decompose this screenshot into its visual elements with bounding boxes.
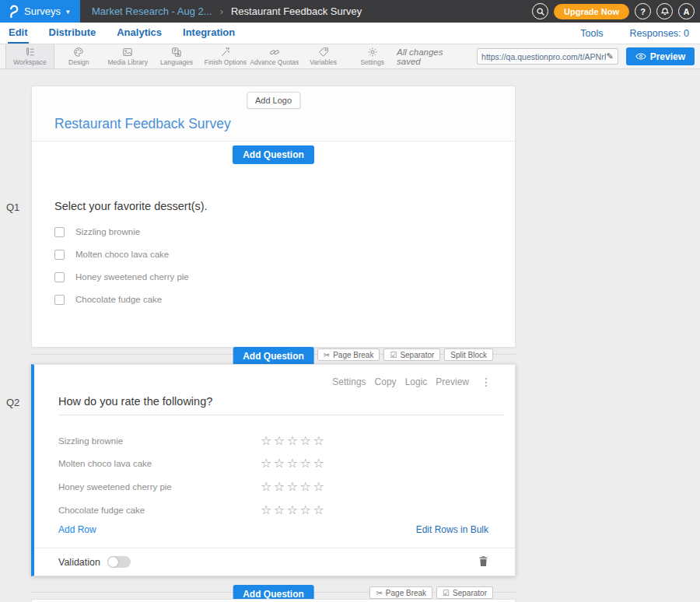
q1-option-row: Sizzling brownie xyxy=(54,226,140,237)
block-action-buttons: ✂Page Break ☑Separator xyxy=(369,586,493,599)
tool-settings[interactable]: Settings xyxy=(348,44,397,68)
option-label[interactable]: Sizzling brownie xyxy=(75,227,140,236)
separator-button[interactable]: ☑Separator xyxy=(383,348,440,361)
tool-media-library[interactable]: Media Library xyxy=(103,44,152,68)
question-action-menu: Settings Copy Logic Preview ⋮ xyxy=(332,376,492,388)
help-button[interactable]: ? xyxy=(635,3,651,19)
question-footer-divider xyxy=(34,548,515,548)
responses-count[interactable]: Responses: 0 xyxy=(630,28,689,39)
breadcrumb-folder[interactable]: Market Research - Aug 2... xyxy=(92,5,212,17)
surveys-menu[interactable]: Surveys ▾ xyxy=(0,0,80,23)
separator-button[interactable]: ☑Separator xyxy=(436,586,493,599)
validation-toggle[interactable] xyxy=(107,556,131,568)
checkbox[interactable] xyxy=(54,227,65,237)
star-rating[interactable]: ☆☆☆☆☆ xyxy=(261,435,326,447)
question-logic-button[interactable]: Logic xyxy=(405,376,428,387)
rating-row-label[interactable]: Honey sweetened cherry pie xyxy=(58,482,261,492)
add-question-slot-top: Add Question xyxy=(32,145,515,164)
product-label: Surveys xyxy=(24,5,61,17)
question-copy-button[interactable]: Copy xyxy=(375,376,397,387)
tool-workspace[interactable]: Workspace xyxy=(5,44,54,68)
tool-variables[interactable]: Variables xyxy=(299,44,348,68)
question-settings-button[interactable]: Settings xyxy=(332,376,366,387)
tab-analytics[interactable]: Analytics xyxy=(116,23,163,44)
option-label[interactable]: Honey sweetened cherry pie xyxy=(75,272,189,282)
checkbox[interactable] xyxy=(54,250,65,260)
topbar-actions: Upgrade Now ? A xyxy=(532,3,700,19)
survey-block-3-partial xyxy=(31,599,516,602)
question-preview-button[interactable]: Preview xyxy=(436,376,469,387)
search-icon xyxy=(536,7,545,16)
preview-button[interactable]: Preview xyxy=(626,47,695,65)
advance-quotas-links-icon xyxy=(269,47,280,58)
separator-icon: ☑ xyxy=(443,589,450,597)
breadcrumb: Market Research - Aug 2... › Restaurant … xyxy=(92,5,362,17)
bell-icon xyxy=(660,7,670,16)
block-action-buttons: ✂Page Break ☑Separator Split Block xyxy=(317,348,493,361)
main-tab-bar: Edit Distribute Analytics Integration To… xyxy=(0,23,700,44)
option-label[interactable]: Molten choco lava cake xyxy=(75,250,169,259)
tab-integration[interactable]: Integration xyxy=(182,23,236,44)
edit-url-pencil-icon[interactable]: ✎ xyxy=(606,51,613,61)
checkbox[interactable] xyxy=(54,295,65,305)
tool-finish-options[interactable]: Finish Options xyxy=(201,44,250,68)
star-rating[interactable]: ☆☆☆☆☆ xyxy=(261,457,326,470)
validation-control: Validation xyxy=(58,556,131,568)
tool-advance-quotas[interactable]: Advance Quotas xyxy=(250,44,299,68)
rating-row-label[interactable]: Sizzling brownie xyxy=(58,436,261,446)
delete-question-button[interactable] xyxy=(478,555,488,570)
question-2-text[interactable]: How do you rate the following? xyxy=(58,395,212,408)
variables-tag-icon xyxy=(318,47,329,58)
avatar[interactable]: A xyxy=(678,3,695,19)
rating-row: Chocolate fudge cake ☆☆☆☆☆ xyxy=(58,503,326,517)
page-break-icon: ✂ xyxy=(376,589,382,597)
settings-gear-icon xyxy=(367,47,378,58)
question-1-text[interactable]: Select your favorite dessert(s). xyxy=(54,200,208,212)
finish-options-wand-icon xyxy=(220,47,231,58)
q1-option-row: Molten choco lava cake xyxy=(54,249,169,260)
design-palette-icon xyxy=(73,47,84,58)
checkbox[interactable] xyxy=(54,272,65,282)
add-question-button[interactable]: Add Question xyxy=(233,145,314,164)
star-rating[interactable]: ☆☆☆☆☆ xyxy=(261,504,326,516)
survey-title[interactable]: Restaurant Feedback Survey xyxy=(54,116,231,132)
toolbar-right: All changes saved ✎ Preview xyxy=(397,44,700,68)
add-logo-button[interactable]: Add Logo xyxy=(247,92,300,109)
survey-block-1: Add Logo Restaurant Feedback Survey Add … xyxy=(31,86,516,348)
survey-url-box: ✎ xyxy=(477,48,618,65)
save-status: All changes saved xyxy=(397,47,469,66)
validation-label: Validation xyxy=(58,557,100,568)
tools-menu[interactable]: Tools ▾ xyxy=(580,28,609,39)
notifications-button[interactable] xyxy=(656,3,673,19)
upgrade-now-button[interactable]: Upgrade Now xyxy=(554,4,629,19)
split-block-button[interactable]: Split Block xyxy=(444,348,493,361)
top-bar: Surveys ▾ Market Research - Aug 2... › R… xyxy=(0,0,700,23)
rating-row: Sizzling brownie ☆☆☆☆☆ xyxy=(58,434,326,448)
add-question-button[interactable]: Add Question xyxy=(233,347,314,366)
chevron-down-icon: ▾ xyxy=(606,30,610,38)
search-button[interactable] xyxy=(532,3,548,19)
rating-row-label[interactable]: Chocolate fudge cake xyxy=(58,506,261,515)
questionpro-logo-icon xyxy=(9,5,19,18)
tab-distribute[interactable]: Distribute xyxy=(48,23,97,44)
tool-languages[interactable]: Languages xyxy=(152,44,201,68)
option-label[interactable]: Chocolate fudge cake xyxy=(75,295,162,304)
rating-row: Honey sweetened cherry pie ☆☆☆☆☆ xyxy=(58,480,326,494)
add-row-link[interactable]: Add Row xyxy=(58,524,96,535)
more-options-icon[interactable]: ⋮ xyxy=(481,376,492,388)
edit-rows-in-bulk-link[interactable]: Edit Rows in Bulk xyxy=(416,524,488,535)
tool-design[interactable]: Design xyxy=(54,44,103,68)
trash-icon xyxy=(478,555,488,567)
separator-icon: ☑ xyxy=(390,351,397,359)
page-break-button[interactable]: ✂Page Break xyxy=(369,586,432,599)
page-break-button[interactable]: ✂Page Break xyxy=(317,348,380,361)
block-divider-actions: Add Question ✂Page Break ☑Separator Spli… xyxy=(31,347,516,362)
survey-header: Add Logo Restaurant Feedback Survey xyxy=(32,86,515,142)
survey-url-input[interactable] xyxy=(481,52,606,61)
star-rating[interactable]: ☆☆☆☆☆ xyxy=(261,481,326,493)
page-break-icon: ✂ xyxy=(324,351,330,359)
rating-row-label[interactable]: Molten choco lava cake xyxy=(58,459,261,468)
block-divider-actions: Add Question ✂Page Break ☑Separator xyxy=(31,585,516,600)
q1-option-row: Chocolate fudge cake xyxy=(54,294,162,305)
tab-edit[interactable]: Edit xyxy=(8,23,29,44)
